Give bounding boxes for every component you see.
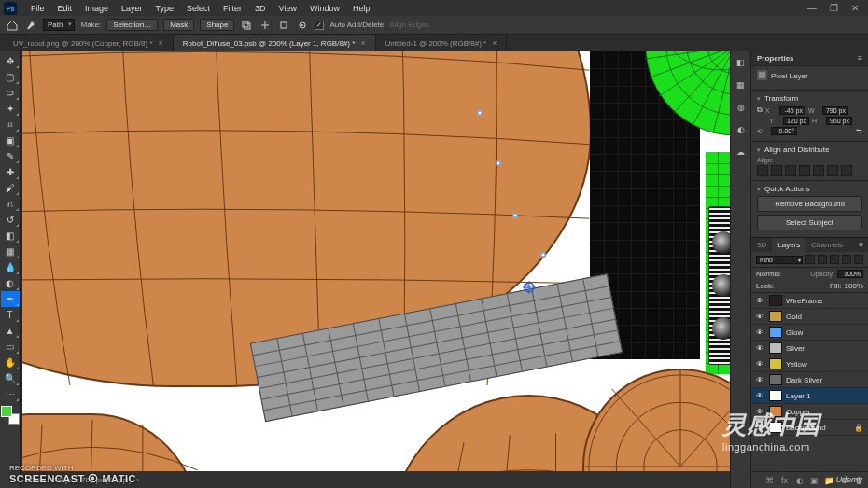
filter-adjust-icon[interactable] [818, 255, 827, 264]
eyedropper-tool[interactable]: ✎ [1, 148, 20, 164]
path-anchor[interactable] [497, 161, 501, 166]
path-anchor[interactable] [513, 214, 518, 218]
pen-mode-dropdown[interactable]: Path [43, 19, 75, 31]
layer-row[interactable]: 👁WireFrame [751, 293, 868, 309]
layer-fx-icon[interactable]: fx [779, 475, 790, 485]
transform-section-title[interactable]: Transform [757, 94, 862, 103]
eraser-tool[interactable]: ◧ [1, 228, 20, 244]
gradient-tool[interactable]: ▦ [1, 244, 20, 259]
layer-filter-dropdown[interactable]: Kind [756, 256, 803, 264]
align-left-icon[interactable] [757, 165, 768, 176]
layer-thumbnail[interactable] [769, 327, 782, 338]
layer-thumbnail[interactable] [769, 358, 782, 369]
make-shape-button[interactable]: Shape [200, 19, 234, 31]
filter-type-icon[interactable] [830, 255, 839, 264]
healing-brush-tool[interactable]: ✚ [1, 164, 20, 180]
pen-tool-preset-icon[interactable] [24, 19, 37, 32]
panel-menu-icon[interactable]: ≡ [854, 238, 868, 252]
path-anchor[interactable] [478, 111, 483, 116]
foreground-color-swatch[interactable] [1, 406, 12, 417]
swatches-panel-icon[interactable]: ▦ [734, 77, 749, 92]
blur-tool[interactable]: 💧 [1, 259, 20, 275]
color-swatches[interactable] [1, 406, 20, 425]
zoom-tool[interactable]: 🔍 [1, 370, 20, 386]
rectangle-tool[interactable]: ▭ [1, 339, 20, 355]
chevron-right-icon[interactable]: › [136, 476, 139, 484]
adjustments-panel-icon[interactable]: ◐ [734, 122, 749, 137]
visibility-eye-icon[interactable]: 👁 [756, 376, 765, 384]
path-alignment-icon[interactable] [259, 19, 272, 32]
layer-row[interactable]: 👁Glow [751, 325, 868, 341]
opacity-field[interactable]: 100% [837, 270, 863, 278]
layer-row[interactable]: 👁Copper [751, 404, 868, 420]
visibility-eye-icon[interactable]: 👁 [756, 424, 765, 432]
tab-layers[interactable]: Layers [772, 238, 805, 252]
clone-stamp-tool[interactable]: ⎌ [1, 196, 20, 212]
menu-type[interactable]: Type [149, 4, 181, 13]
filter-shape-icon[interactable] [842, 255, 851, 264]
type-tool[interactable]: T [1, 307, 20, 323]
frame-tool[interactable]: ▣ [1, 132, 20, 148]
menu-view[interactable]: View [273, 4, 303, 13]
visibility-eye-icon[interactable]: 👁 [756, 344, 765, 353]
quick-actions-title[interactable]: Quick Actions [757, 185, 862, 193]
align-vcenter-icon[interactable] [813, 165, 824, 176]
close-icon[interactable]: × [159, 38, 163, 48]
link-layers-icon[interactable]: ⌘ [764, 475, 775, 485]
make-selection-button[interactable]: Selection… [106, 19, 158, 31]
move-tool[interactable]: ✥ [1, 53, 20, 69]
menu-filter[interactable]: Filter [217, 4, 248, 13]
align-section-title[interactable]: Align and Distribute [757, 146, 862, 154]
select-subject-button[interactable]: Select Subject [757, 215, 862, 230]
home-icon[interactable] [6, 19, 19, 32]
visibility-eye-icon[interactable]: 👁 [756, 297, 765, 305]
filter-smart-icon[interactable] [854, 255, 863, 264]
menu-window[interactable]: Window [303, 4, 346, 13]
layer-row[interactable]: 👁Layer 1 [751, 388, 868, 404]
path-anchor[interactable] [541, 253, 546, 258]
window-close-button[interactable]: ✕ [851, 3, 859, 13]
layer-thumbnail[interactable] [769, 311, 782, 322]
properties-panel-title[interactable]: Properties≡ [751, 51, 868, 65]
visibility-eye-icon[interactable]: 👁 [756, 328, 765, 337]
w-field[interactable]: 790 px [822, 106, 848, 115]
history-brush-tool[interactable]: ↺ [1, 212, 20, 228]
y-field[interactable]: 120 px [783, 117, 809, 125]
menu-layer[interactable]: Layer [115, 4, 149, 13]
color-panel-icon[interactable]: ◧ [734, 55, 749, 70]
filter-pixel-icon[interactable] [805, 255, 815, 264]
layer-row[interactable]: 👁Background🔒 [751, 420, 868, 436]
x-field[interactable]: -45 px [779, 106, 805, 115]
libraries-panel-icon[interactable]: ☁ [734, 145, 749, 160]
align-top-icon[interactable] [799, 165, 810, 176]
tab-channels[interactable]: Channels [805, 238, 848, 252]
magic-wand-tool[interactable]: ✦ [1, 101, 20, 117]
layer-row[interactable]: 👁Silver [751, 341, 868, 356]
menu-file[interactable]: File [24, 4, 51, 13]
menu-3d[interactable]: 3D [248, 4, 273, 13]
layer-row[interactable]: 👁Dark Silver [751, 372, 868, 388]
layer-thumbnail[interactable] [769, 390, 782, 401]
remove-background-button[interactable]: Remove Background [757, 196, 862, 212]
gear-icon[interactable] [296, 19, 309, 32]
path-selection-tool[interactable]: ▲ [1, 323, 20, 339]
adjustment-layer-icon[interactable]: ▣ [809, 475, 819, 485]
make-mask-button[interactable]: Mask [163, 19, 194, 31]
path-operations-icon[interactable] [240, 19, 253, 32]
layer-thumbnail[interactable] [769, 406, 782, 417]
close-icon[interactable]: × [492, 38, 497, 48]
crop-tool[interactable]: ⌗ [1, 117, 20, 132]
group-icon[interactable]: 📁 [824, 475, 834, 485]
layer-thumbnail[interactable] [769, 342, 782, 354]
align-hcenter-icon[interactable] [771, 165, 782, 176]
marquee-tool[interactable]: ▢ [1, 69, 20, 85]
menu-image[interactable]: Image [78, 4, 115, 13]
layer-mask-icon[interactable]: ◐ [794, 475, 805, 485]
layer-thumbnail[interactable] [769, 422, 782, 433]
visibility-eye-icon[interactable]: 👁 [756, 408, 765, 416]
link-icon[interactable]: ⧉ [757, 105, 763, 115]
panel-menu-icon[interactable]: ≡ [858, 54, 862, 63]
menu-select[interactable]: Select [180, 4, 217, 13]
align-bottom-icon[interactable] [827, 165, 838, 176]
visibility-eye-icon[interactable]: 👁 [756, 360, 765, 369]
